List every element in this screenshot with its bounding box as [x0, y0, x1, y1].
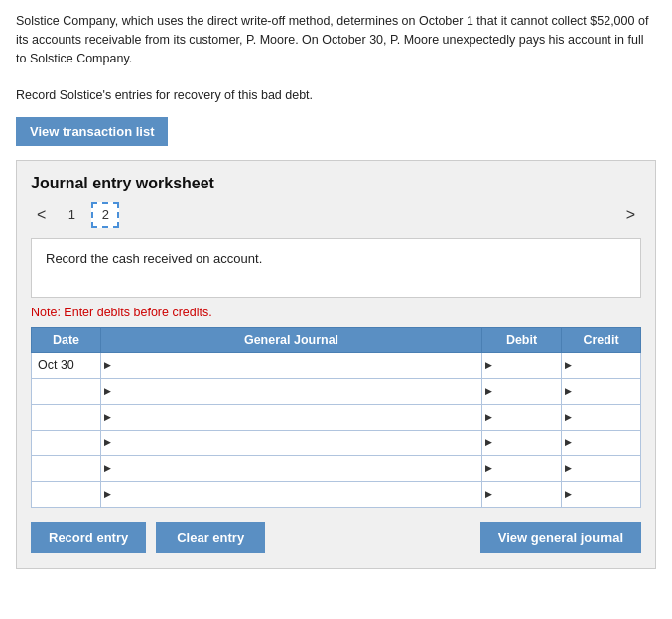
col-debit: Debit — [482, 327, 562, 352]
record-entry-button[interactable]: Record entry — [31, 522, 146, 553]
gj-input-2[interactable] — [101, 405, 481, 430]
debit-input-1[interactable] — [482, 379, 561, 404]
journal-table: Date General Journal Debit Credit Oct 30 — [31, 327, 641, 508]
instruction-text: Record the cash received on account. — [46, 251, 262, 266]
next-arrow[interactable]: > — [620, 204, 641, 226]
page-2-tab[interactable]: 2 — [91, 202, 119, 228]
gj-cell-4[interactable] — [101, 455, 482, 481]
debit-input-3[interactable] — [482, 431, 561, 455]
credit-cell-0[interactable] — [562, 352, 641, 378]
table-row — [32, 404, 641, 430]
gj-input-1[interactable] — [101, 379, 481, 404]
debit-cell-4[interactable] — [482, 455, 562, 481]
credit-input-4[interactable] — [562, 456, 640, 481]
page-1-tab[interactable]: 1 — [58, 202, 85, 228]
worksheet-container: Journal entry worksheet < 1 2 > Record t… — [16, 160, 656, 569]
table-row — [32, 430, 641, 455]
debit-input-5[interactable] — [482, 482, 561, 507]
gj-cell-2[interactable] — [101, 404, 482, 430]
debit-cell-0[interactable] — [482, 352, 562, 378]
credit-cell-2[interactable] — [562, 404, 641, 430]
date-cell-5 — [32, 481, 101, 507]
credit-input-1[interactable] — [562, 379, 640, 404]
debit-cell-1[interactable] — [482, 378, 562, 404]
credit-cell-3[interactable] — [562, 430, 641, 455]
nav-row: < 1 2 > — [31, 202, 641, 228]
buttons-row: Record entry Clear entry View general jo… — [31, 522, 641, 553]
debit-input-4[interactable] — [482, 456, 561, 481]
note-text: Note: Enter debits before credits. — [31, 306, 641, 319]
gj-input-5[interactable] — [101, 482, 481, 507]
date-cell-2 — [32, 404, 101, 430]
debit-input-2[interactable] — [482, 405, 561, 430]
credit-cell-1[interactable] — [562, 378, 641, 404]
gj-cell-0[interactable] — [101, 352, 482, 378]
credit-input-2[interactable] — [562, 405, 640, 430]
gj-input-0[interactable] — [101, 353, 481, 378]
table-row — [32, 455, 641, 481]
intro-text: Solstice Company, which uses the direct … — [16, 12, 656, 105]
date-cell-0: Oct 30 — [32, 352, 101, 378]
date-cell-3 — [32, 430, 101, 455]
credit-input-5[interactable] — [562, 482, 640, 507]
table-row — [32, 481, 641, 507]
worksheet-title: Journal entry worksheet — [31, 175, 641, 192]
view-general-journal-button[interactable]: View general journal — [480, 522, 641, 553]
credit-cell-4[interactable] — [562, 455, 641, 481]
credit-input-3[interactable] — [562, 431, 640, 455]
col-gj: General Journal — [101, 327, 482, 352]
gj-input-4[interactable] — [101, 456, 481, 481]
debit-cell-3[interactable] — [482, 430, 562, 455]
credit-input-0[interactable] — [562, 353, 640, 378]
clear-entry-button[interactable]: Clear entry — [156, 522, 265, 553]
credit-cell-5[interactable] — [562, 481, 641, 507]
table-row: Oct 30 — [32, 352, 641, 378]
instruction-box: Record the cash received on account. — [31, 238, 641, 298]
gj-cell-3[interactable] — [101, 430, 482, 455]
debit-cell-5[interactable] — [482, 481, 562, 507]
view-transaction-button[interactable]: View transaction list — [16, 117, 168, 146]
table-row — [32, 378, 641, 404]
debit-input-0[interactable] — [482, 353, 561, 378]
debit-cell-2[interactable] — [482, 404, 562, 430]
gj-cell-5[interactable] — [101, 481, 482, 507]
prev-arrow[interactable]: < — [31, 204, 52, 226]
date-cell-1 — [32, 378, 101, 404]
gj-input-3[interactable] — [101, 431, 481, 455]
col-credit: Credit — [562, 327, 641, 352]
date-cell-4 — [32, 455, 101, 481]
gj-cell-1[interactable] — [101, 378, 482, 404]
col-date: Date — [32, 327, 101, 352]
